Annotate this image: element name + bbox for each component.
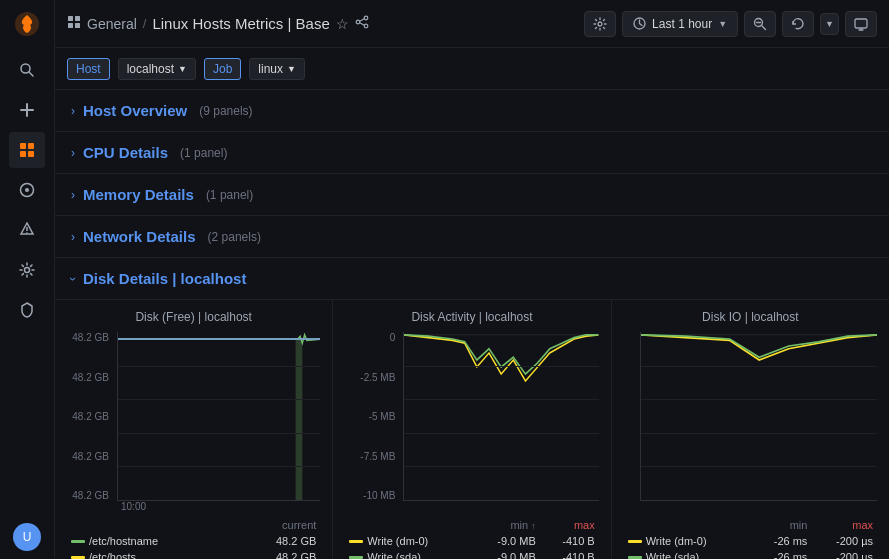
disk-details-header[interactable]: › Disk Details | localhost <box>55 258 889 300</box>
main-area: General / Linux Hosts Metrics | Base ☆ <box>55 0 889 559</box>
disk-io-plot <box>640 332 877 501</box>
sidebar-explore[interactable] <box>9 172 45 208</box>
job-filter-value[interactable]: linux ▼ <box>249 58 305 80</box>
sidebar-admin[interactable] <box>9 292 45 328</box>
panel-disk-free: Disk (Free) | localhost 48.2 GB 48.2 GB … <box>55 300 332 559</box>
disk-io-xaxis <box>640 501 877 517</box>
disk-free-yaxis: 48.2 GB 48.2 GB 48.2 GB 48.2 GB 48.2 GB <box>67 332 109 517</box>
disk-activity-plot <box>403 332 598 501</box>
disk-activity-yaxis: 0 -2.5 MB -5 MB -7.5 MB -10 MB <box>345 332 395 517</box>
svg-rect-6 <box>28 143 34 149</box>
breadcrumb: General / Linux Hosts Metrics | Base ☆ <box>67 15 576 32</box>
legend-row: Write (sda) -9.0 MB -410 B <box>345 549 598 559</box>
svg-point-12 <box>26 232 28 234</box>
host-filter-label: Host <box>67 58 110 80</box>
svg-rect-15 <box>75 16 80 21</box>
disk-details-title: Disk Details | localhost <box>83 270 246 287</box>
svg-line-2 <box>29 72 33 76</box>
disk-free-chart-body: 10:00 <box>117 332 320 517</box>
sidebar-search[interactable] <box>9 52 45 88</box>
disk-io-legend: min max Write (dm-0) <box>624 517 877 559</box>
time-chevron-icon: ▼ <box>718 19 727 29</box>
dm0-io-color <box>628 540 642 543</box>
dashboard: › Host Overview (9 panels) › CPU Details… <box>55 90 889 559</box>
memory-details-chevron-icon: › <box>71 188 75 202</box>
panel-disk-io: Disk IO | localhost <box>612 300 889 559</box>
network-details-subtitle: (2 panels) <box>208 230 261 244</box>
svg-rect-5 <box>20 143 26 149</box>
disk-details-chevron-icon: › <box>66 277 80 281</box>
disk-io-chart-body <box>640 332 877 517</box>
job-filter-label: Job <box>204 58 241 80</box>
sda-io-color <box>628 556 642 559</box>
network-details-title: Network Details <box>83 228 196 245</box>
section-host-overview[interactable]: › Host Overview (9 panels) <box>55 90 889 132</box>
sidebar-dashboards[interactable] <box>9 132 45 168</box>
user-avatar[interactable]: U <box>13 523 41 551</box>
svg-point-18 <box>364 16 368 20</box>
svg-rect-8 <box>28 151 34 157</box>
host-overview-chevron-icon: › <box>71 104 75 118</box>
sidebar-config[interactable] <box>9 252 45 288</box>
disk-io-chart <box>624 332 877 517</box>
legend-row: /etc/hosts 48.2 GB <box>67 549 320 559</box>
svg-rect-17 <box>75 23 80 28</box>
topbar: General / Linux Hosts Metrics | Base ☆ <box>55 0 889 48</box>
section-memory-details[interactable]: › Memory Details (1 panel) <box>55 174 889 216</box>
disk-activity-legend: min ↑ max Write (dm-0) <box>345 517 598 559</box>
host-chevron-icon: ▼ <box>178 64 187 74</box>
tv-mode-button[interactable] <box>845 11 877 37</box>
cpu-details-subtitle: (1 panel) <box>180 146 227 160</box>
star-icon[interactable]: ☆ <box>336 16 349 32</box>
disk-activity-chart-body <box>403 332 598 517</box>
sidebar-add[interactable] <box>9 92 45 128</box>
panels-grid: Disk (Free) | localhost 48.2 GB 48.2 GB … <box>55 300 889 559</box>
svg-line-26 <box>640 24 643 26</box>
disk-io-title: Disk IO | localhost <box>624 310 877 324</box>
topbar-actions: Last 1 hour ▼ ▼ <box>584 11 877 37</box>
legend-row: Write (dm-0) -26 ms -200 µs <box>624 533 877 549</box>
section-cpu-details[interactable]: › CPU Details (1 panel) <box>55 132 889 174</box>
svg-point-10 <box>25 188 29 192</box>
disk-activity-title: Disk Activity | localhost <box>345 310 598 324</box>
legend-row: Write (dm-0) -9.0 MB -410 B <box>345 533 598 549</box>
svg-rect-16 <box>68 23 73 28</box>
panel-disk-activity: Disk Activity | localhost 0 -2.5 MB -5 M… <box>333 300 610 559</box>
svg-rect-7 <box>20 151 26 157</box>
network-details-chevron-icon: › <box>71 230 75 244</box>
time-picker[interactable]: Last 1 hour ▼ <box>622 11 738 37</box>
memory-details-subtitle: (1 panel) <box>206 188 253 202</box>
zoom-out-button[interactable] <box>744 11 776 37</box>
grid-icon <box>67 15 81 32</box>
sidebar: U <box>0 0 55 559</box>
svg-point-13 <box>25 268 30 273</box>
disk-free-plot <box>117 332 320 501</box>
hostname-color <box>71 540 85 543</box>
disk-io-yaxis <box>624 332 632 517</box>
refresh-dropdown[interactable]: ▼ <box>820 13 839 35</box>
refresh-button[interactable] <box>782 11 814 37</box>
filterbar: Host localhost ▼ Job linux ▼ <box>55 48 889 90</box>
svg-point-20 <box>364 24 368 28</box>
disk-activity-chart: 0 -2.5 MB -5 MB -7.5 MB -10 MB <box>345 332 598 517</box>
share-icon[interactable] <box>355 15 369 32</box>
svg-line-29 <box>762 26 766 30</box>
cpu-details-title: CPU Details <box>83 144 168 161</box>
disk-free-title: Disk (Free) | localhost <box>67 310 320 324</box>
app-logo[interactable] <box>11 8 43 40</box>
svg-line-21 <box>359 19 364 21</box>
breadcrumb-home[interactable]: General <box>87 16 137 32</box>
settings-button[interactable] <box>584 11 616 37</box>
disk-activity-xaxis <box>403 501 598 517</box>
svg-line-22 <box>359 23 364 25</box>
section-disk-details: › Disk Details | localhost Disk (Free) |… <box>55 258 889 559</box>
cpu-details-chevron-icon: › <box>71 146 75 160</box>
svg-rect-30 <box>855 19 867 28</box>
job-chevron-icon: ▼ <box>287 64 296 74</box>
svg-point-23 <box>598 22 602 26</box>
sda-activity-color <box>349 556 363 559</box>
dm0-activity-color <box>349 540 363 543</box>
host-filter-value[interactable]: localhost ▼ <box>118 58 196 80</box>
sidebar-alerting[interactable] <box>9 212 45 248</box>
section-network-details[interactable]: › Network Details (2 panels) <box>55 216 889 258</box>
